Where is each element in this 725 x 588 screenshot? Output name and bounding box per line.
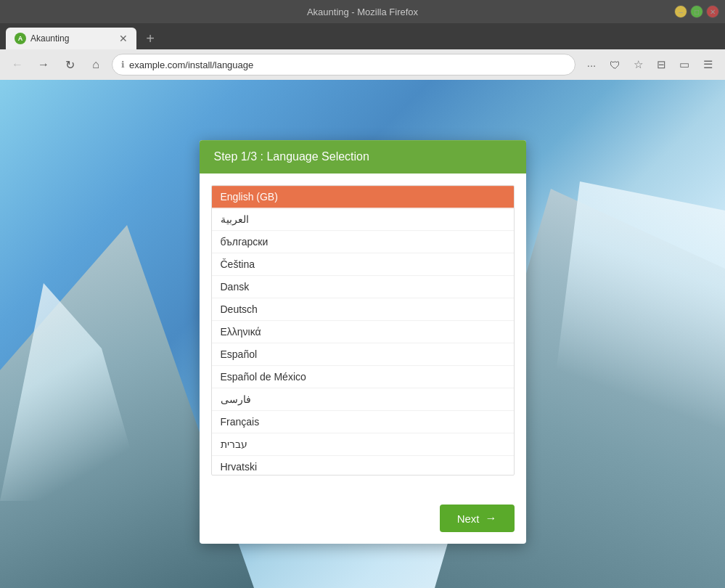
library-icon[interactable]: ⊟ <box>651 54 671 75</box>
language-item[interactable]: Dansk <box>212 276 514 298</box>
title-bar: Akaunting - Mozilla Firefox – □ ✕ <box>0 0 725 23</box>
language-item[interactable]: Čeština <box>212 253 514 276</box>
shield-icon[interactable]: 🛡 <box>605 54 625 75</box>
more-button[interactable]: ··· <box>581 54 602 75</box>
language-item[interactable]: עברית <box>212 433 514 456</box>
language-item[interactable]: Hrvatski <box>212 456 514 475</box>
dialog-header: Step 1/3 : Language Selection <box>200 140 526 173</box>
maximize-button[interactable]: □ <box>690 5 703 18</box>
next-button-label: Next <box>457 513 480 525</box>
language-item[interactable]: Deutsch <box>212 298 514 321</box>
new-tab-button[interactable]: + <box>139 28 161 49</box>
language-item[interactable]: български <box>212 231 514 253</box>
dialog-body: English (GB)العربيةбългарскиČeštinaDansk… <box>200 173 526 499</box>
minimize-button[interactable]: – <box>674 5 687 18</box>
language-item[interactable]: Español de México <box>212 366 514 388</box>
language-item[interactable]: Français <box>212 411 514 433</box>
address-bar[interactable]: ℹ example.com/install/language <box>112 54 576 75</box>
close-button[interactable]: ✕ <box>706 5 719 18</box>
forward-button[interactable]: → <box>33 54 54 75</box>
bookmark-icon[interactable]: ☆ <box>628 54 648 75</box>
browser-tab[interactable]: A Akaunting ✕ <box>6 28 136 49</box>
language-item[interactable]: Ελληνικά <box>212 321 514 343</box>
browser-chrome: Akaunting - Mozilla Firefox – □ ✕ A Akau… <box>0 0 725 80</box>
language-list[interactable]: English (GB)العربيةбългарскиČeštinaDansk… <box>211 185 515 475</box>
window-controls[interactable]: – □ ✕ <box>674 5 719 18</box>
back-button[interactable]: ← <box>7 54 28 75</box>
language-item[interactable]: فارسی <box>212 388 514 411</box>
language-item[interactable]: Español <box>212 343 514 366</box>
language-item[interactable]: العربية <box>212 208 514 231</box>
nav-extras: ··· 🛡 ☆ ⊟ ▭ ☰ <box>581 54 718 75</box>
tab-label: Akaunting <box>30 33 115 44</box>
sidebar-icon[interactable]: ▭ <box>674 54 695 75</box>
page-content: Step 1/3 : Language Selection English (G… <box>0 80 725 588</box>
window-title: Akaunting - Mozilla Firefox <box>307 7 418 17</box>
tab-close-button[interactable]: ✕ <box>119 33 128 44</box>
language-item[interactable]: English (GB) <box>212 186 514 208</box>
reload-button[interactable]: ↻ <box>60 54 80 75</box>
lock-icon: ℹ <box>121 60 125 70</box>
tab-bar: A Akaunting ✕ + <box>0 23 725 49</box>
tab-favicon: A <box>15 33 26 44</box>
nav-bar: ← → ↻ ⌂ ℹ example.com/install/language ·… <box>0 49 725 80</box>
arrow-icon: → <box>486 512 497 525</box>
home-button[interactable]: ⌂ <box>86 54 106 75</box>
dialog-footer: Next → <box>200 499 526 544</box>
url-display: example.com/install/language <box>129 60 566 70</box>
install-dialog: Step 1/3 : Language Selection English (G… <box>200 140 526 544</box>
menu-icon[interactable]: ☰ <box>697 54 718 75</box>
next-button[interactable]: Next → <box>440 505 515 532</box>
step-label: Step 1/3 : Language Selection <box>214 150 369 163</box>
